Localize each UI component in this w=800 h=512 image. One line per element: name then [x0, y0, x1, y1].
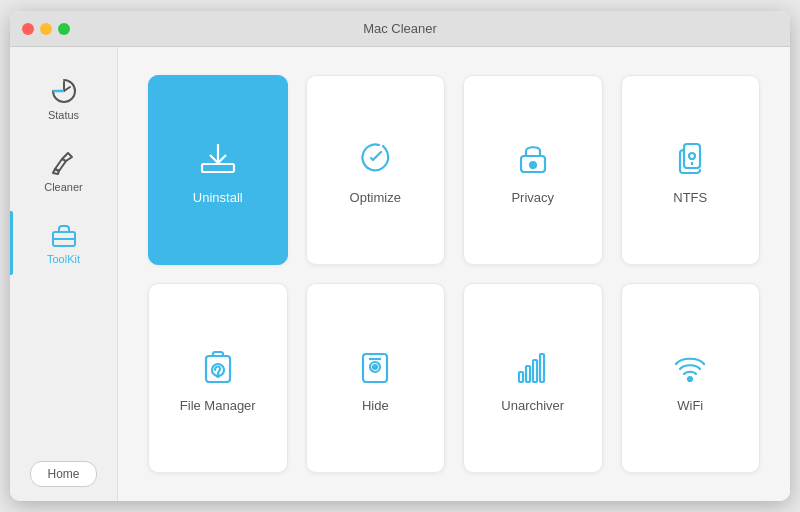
unarchiver-icon [511, 344, 555, 388]
tools-grid: Uninstall Optimize [148, 75, 760, 473]
maximize-button[interactable] [58, 23, 70, 35]
cleaner-icon [50, 149, 78, 177]
tile-file-manager-label: File Manager [180, 398, 256, 413]
optimize-icon [353, 136, 397, 180]
tile-ntfs[interactable]: NTFS [621, 75, 761, 265]
sidebar-item-cleaner[interactable]: Cleaner [10, 139, 117, 203]
tile-wifi[interactable]: WiFi [621, 283, 761, 473]
tile-unarchiver[interactable]: Unarchiver [463, 283, 603, 473]
tile-file-manager[interactable]: File Manager [148, 283, 288, 473]
tile-optimize-label: Optimize [350, 190, 401, 205]
wifi-icon [668, 344, 712, 388]
titlebar: Mac Cleaner [10, 11, 790, 47]
hide-icon [353, 344, 397, 388]
svg-rect-19 [540, 354, 544, 382]
svg-point-7 [689, 153, 695, 159]
main-content: Status Cleaner ToolKit [10, 47, 790, 501]
tile-privacy-label: Privacy [511, 190, 554, 205]
sidebar-toolkit-label: ToolKit [47, 253, 80, 265]
svg-point-11 [217, 375, 219, 377]
svg-point-20 [688, 377, 692, 381]
uninstall-icon [196, 136, 240, 180]
file-manager-icon [196, 344, 240, 388]
svg-rect-2 [202, 164, 234, 172]
sidebar-item-status[interactable]: Status [10, 67, 117, 131]
home-button[interactable]: Home [30, 461, 96, 487]
tile-wifi-label: WiFi [677, 398, 703, 413]
content-area: Uninstall Optimize [118, 47, 790, 501]
svg-point-14 [373, 365, 377, 369]
tile-uninstall-label: Uninstall [193, 190, 243, 205]
main-window: Mac Cleaner Status [10, 11, 790, 501]
minimize-button[interactable] [40, 23, 52, 35]
traffic-lights [22, 23, 70, 35]
svg-rect-18 [533, 360, 537, 382]
sidebar-cleaner-label: Cleaner [44, 181, 83, 193]
tile-hide[interactable]: Hide [306, 283, 446, 473]
svg-point-5 [530, 162, 536, 168]
sidebar: Status Cleaner ToolKit [10, 47, 118, 501]
tile-hide-label: Hide [362, 398, 389, 413]
tile-privacy[interactable]: Privacy [463, 75, 603, 265]
privacy-icon [511, 136, 555, 180]
sidebar-item-toolkit[interactable]: ToolKit [10, 211, 117, 275]
toolkit-icon [50, 221, 78, 249]
tile-uninstall[interactable]: Uninstall [148, 75, 288, 265]
svg-rect-9 [206, 356, 230, 382]
window-title: Mac Cleaner [363, 21, 437, 36]
tile-unarchiver-label: Unarchiver [501, 398, 564, 413]
tile-optimize[interactable]: Optimize [306, 75, 446, 265]
ntfs-icon [668, 136, 712, 180]
close-button[interactable] [22, 23, 34, 35]
svg-rect-17 [526, 366, 530, 382]
status-icon [50, 77, 78, 105]
tile-ntfs-label: NTFS [673, 190, 707, 205]
sidebar-status-label: Status [48, 109, 79, 121]
svg-rect-16 [519, 372, 523, 382]
